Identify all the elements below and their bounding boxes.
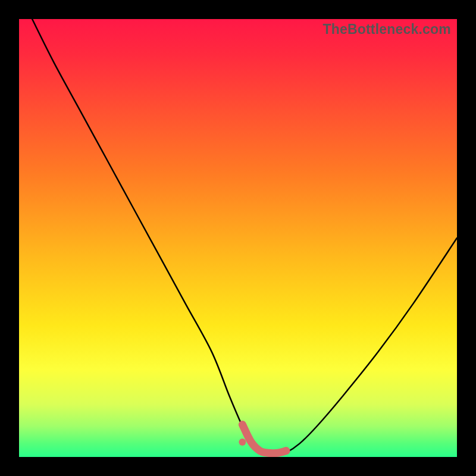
optimal-dot [239, 439, 246, 446]
bottleneck-curve [32, 19, 457, 455]
chart-frame: TheBottleneck.com [0, 0, 476, 476]
curve-overlay [19, 19, 457, 457]
plot-area: TheBottleneck.com [19, 19, 457, 457]
optimal-band [242, 424, 286, 453]
